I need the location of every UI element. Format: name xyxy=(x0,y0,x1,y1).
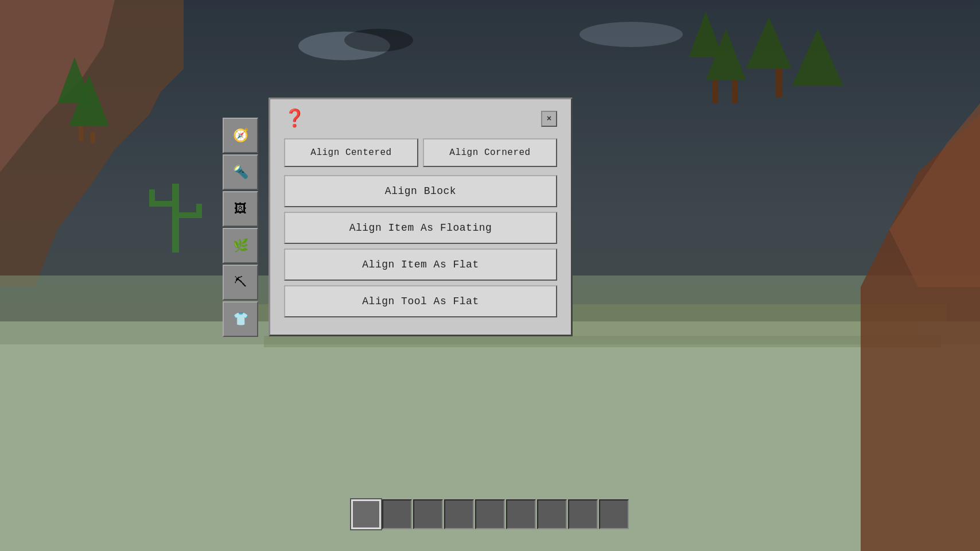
side-slot-frame[interactable]: 🖼 xyxy=(223,191,258,227)
dialog-help-icon: ❓ xyxy=(284,111,305,128)
hotbar-slot-4[interactable] xyxy=(475,499,505,529)
hotbar-slot-7[interactable] xyxy=(568,499,598,529)
svg-rect-18 xyxy=(732,80,738,103)
hotbar-slot-1[interactable] xyxy=(382,499,412,529)
torch-icon: 🔦 xyxy=(230,161,251,183)
side-slot-torch[interactable]: 🔦 xyxy=(223,154,258,190)
align-item-floating-button[interactable]: Align Item As Floating xyxy=(284,212,557,244)
dialog-close-button[interactable]: × xyxy=(541,111,557,127)
hotbar-slot-2[interactable] xyxy=(413,499,443,529)
grass-icon: 🌿 xyxy=(230,235,251,257)
align-dialog: ❓ × Align Centered Align Cornered Align … xyxy=(269,98,573,336)
frame-icon: 🖼 xyxy=(230,198,251,220)
hotbar-slot-8[interactable] xyxy=(599,499,629,529)
svg-rect-8 xyxy=(172,184,179,253)
svg-rect-17 xyxy=(713,80,718,103)
side-slot-armor[interactable]: 👕 xyxy=(223,301,258,337)
side-slot-grass[interactable]: 🌿 xyxy=(223,228,258,263)
svg-rect-25 xyxy=(264,336,941,347)
svg-rect-7 xyxy=(91,132,95,143)
svg-rect-10 xyxy=(149,189,155,207)
align-block-button[interactable]: Align Block xyxy=(284,175,557,207)
align-cornered-button[interactable]: Align Cornered xyxy=(423,138,557,167)
align-centered-button[interactable]: Align Centered xyxy=(284,138,418,167)
align-item-flat-button[interactable]: Align Item As Flat xyxy=(284,249,557,281)
svg-rect-19 xyxy=(776,69,783,98)
side-slot-compass[interactable]: 🧭 xyxy=(223,118,258,153)
dialog-header: ❓ × xyxy=(284,111,557,128)
svg-rect-11 xyxy=(179,212,196,218)
hotbar-slot-3[interactable] xyxy=(444,499,474,529)
compass-icon: 🧭 xyxy=(230,125,251,146)
align-tool-flat-button[interactable]: Align Tool As Flat xyxy=(284,285,557,317)
svg-point-31 xyxy=(580,22,683,47)
svg-rect-6 xyxy=(79,126,83,141)
side-slot-pickaxe[interactable]: ⛏ xyxy=(223,265,258,300)
pickaxe-icon: ⛏ xyxy=(230,271,251,293)
armor-icon: 👕 xyxy=(230,308,251,330)
side-toolbar: 🧭 🔦 🖼 🌿 ⛏ 👕 xyxy=(223,118,258,337)
hotbar-slot-6[interactable] xyxy=(537,499,567,529)
hotbar-slot-0[interactable] xyxy=(351,499,381,529)
hotbar-slot-5[interactable] xyxy=(506,499,536,529)
svg-rect-9 xyxy=(155,201,172,207)
svg-rect-12 xyxy=(196,204,202,218)
svg-point-30 xyxy=(344,29,413,52)
top-button-row: Align Centered Align Cornered xyxy=(284,138,557,167)
hotbar xyxy=(351,499,629,529)
